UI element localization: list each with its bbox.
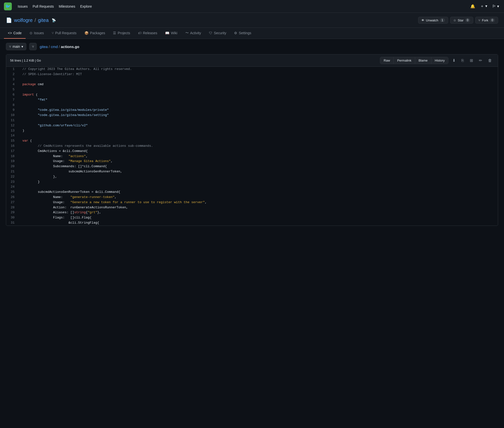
line-code: "github.com/urfave/cli/v2" xyxy=(18,123,498,128)
table-row: 30 Flags: []cli.Flag{ xyxy=(6,215,498,220)
table-row: 23 } xyxy=(6,180,498,185)
star-button[interactable]: ☆ Star 0 xyxy=(450,17,473,24)
watch-count: 1 xyxy=(440,18,445,22)
wiki-icon: 📖 xyxy=(165,31,169,35)
line-number[interactable]: 2 xyxy=(6,72,18,77)
line-number[interactable]: 30 xyxy=(6,215,18,220)
line-number[interactable]: 23 xyxy=(6,180,18,185)
branch-selector[interactable]: ⑂ main ▾ xyxy=(6,43,26,50)
breadcrumb: gitea / cmd / actions.go xyxy=(40,45,79,49)
breadcrumb-cmd[interactable]: cmd xyxy=(51,45,58,49)
logo-icon[interactable]: 🐦 xyxy=(4,2,12,10)
issues-icon: ⊙ xyxy=(30,31,32,35)
line-code: // CmdActions represents the available a… xyxy=(18,144,498,149)
line-number[interactable]: 13 xyxy=(6,128,18,133)
repo-icon: 📄 xyxy=(6,17,12,23)
line-number[interactable]: 7 xyxy=(6,98,18,103)
tab-code-label: Code xyxy=(13,31,21,35)
tab-packages[interactable]: 📦 Packages xyxy=(80,28,109,39)
tab-wiki-label: Wiki xyxy=(171,31,177,35)
tab-releases[interactable]: 🏷 Releases xyxy=(134,28,161,39)
line-code: // SPDX-License-Identifier: MIT xyxy=(18,72,498,77)
blame-button[interactable]: Blame xyxy=(415,57,431,64)
create-button[interactable]: ＋ ▾ xyxy=(479,3,488,10)
table-row: 27 Usage: "Generate a new token for a ru… xyxy=(6,200,498,205)
user-menu-button[interactable]: 🏳 ▾ xyxy=(491,3,500,10)
line-number[interactable]: 8 xyxy=(6,103,18,108)
line-number[interactable]: 22 xyxy=(6,174,18,180)
line-number[interactable]: 9 xyxy=(6,108,18,113)
tab-code[interactable]: <> Code xyxy=(4,28,26,39)
repo-header: 📄 wolfogre / gitea 📡 👁 Unwatch 1 ☆ Star … xyxy=(0,13,504,28)
line-number[interactable]: 25 xyxy=(6,190,18,195)
nav-milestones[interactable]: Milestones xyxy=(59,4,75,8)
tab-pull-requests[interactable]: ⑂ Pull Requests xyxy=(48,28,80,39)
line-number[interactable]: 19 xyxy=(6,159,18,164)
fork-label: Fork xyxy=(482,18,488,22)
top-nav-links: Issues Pull Requests Milestones Explore xyxy=(18,4,463,8)
file-actions: Raw Permalink Blame History ⬇ ⎘ ⊞ ✏ 🗑 xyxy=(380,57,494,64)
watch-button[interactable]: 👁 Unwatch 1 xyxy=(418,17,448,24)
tab-wiki[interactable]: 📖 Wiki xyxy=(161,28,181,39)
line-number[interactable]: 6 xyxy=(6,92,18,98)
star-count: 0 xyxy=(465,18,470,22)
code-table: 1 // Copyright 2023 The Gitea Authors. A… xyxy=(6,67,498,226)
delete-button[interactable]: 🗑 xyxy=(486,57,494,64)
line-number[interactable]: 15 xyxy=(6,138,18,144)
line-number[interactable]: 16 xyxy=(6,144,18,149)
tab-issues[interactable]: ⊙ Issues xyxy=(26,28,48,39)
line-number[interactable]: 17 xyxy=(6,149,18,154)
line-number[interactable]: 20 xyxy=(6,164,18,169)
breadcrumb-root[interactable]: gitea xyxy=(40,45,48,49)
line-number[interactable]: 21 xyxy=(6,169,18,174)
edit-button[interactable]: ✏ xyxy=(477,57,484,64)
watch-label: Unwatch xyxy=(426,18,439,22)
line-number[interactable]: 29 xyxy=(6,210,18,215)
line-code: Aliases: []string{"grt"}, xyxy=(18,210,498,215)
packages-icon: 📦 xyxy=(84,31,89,35)
notifications-button[interactable]: 🔔 xyxy=(469,3,476,10)
table-row: 5 xyxy=(6,87,498,92)
line-number[interactable]: 12 xyxy=(6,123,18,128)
code-icon: <> xyxy=(8,31,12,35)
table-row: 22 }, xyxy=(6,174,498,180)
rss-feed-button[interactable]: ⊞ xyxy=(468,57,475,64)
line-number[interactable]: 1 xyxy=(6,67,18,72)
permalink-button[interactable]: Permalink xyxy=(394,57,415,64)
line-number[interactable]: 14 xyxy=(6,133,18,138)
line-number[interactable]: 26 xyxy=(6,195,18,200)
line-number[interactable]: 31 xyxy=(6,220,18,226)
tab-security[interactable]: 🛡 Security xyxy=(205,28,230,39)
history-button[interactable]: History xyxy=(431,57,448,64)
file-viewer: 56 lines | 1.2 KiB | Go Raw Permalink Bl… xyxy=(6,54,498,226)
table-row: 25 subcmdActionsGenRunnerToken = &cli.Co… xyxy=(6,190,498,195)
line-number[interactable]: 24 xyxy=(6,184,18,190)
nav-explore[interactable]: Explore xyxy=(80,4,92,8)
line-code: ) xyxy=(18,128,498,133)
repo-owner-link[interactable]: wolfogre xyxy=(14,17,33,23)
tab-settings-label: Settings xyxy=(239,31,251,35)
line-number[interactable]: 10 xyxy=(6,113,18,118)
line-number[interactable]: 11 xyxy=(6,118,18,123)
download-button[interactable]: ⬇ xyxy=(450,57,457,64)
line-code: "code.gitea.io/gitea/modules/private" xyxy=(18,108,498,113)
nav-pull-requests[interactable]: Pull Requests xyxy=(32,4,54,8)
tab-activity[interactable]: 〜 Activity xyxy=(181,28,205,39)
line-number[interactable]: 5 xyxy=(6,87,18,92)
chevron-down-icon: ▾ xyxy=(21,45,23,49)
copy-button[interactable]: ⎘ xyxy=(459,57,466,64)
line-number[interactable]: 18 xyxy=(6,154,18,159)
repo-name-link[interactable]: gitea xyxy=(38,17,48,23)
tab-settings[interactable]: ⚙ Settings xyxy=(230,28,255,39)
raw-button[interactable]: Raw xyxy=(380,57,394,64)
line-number[interactable]: 4 xyxy=(6,82,18,87)
line-number[interactable]: 27 xyxy=(6,200,18,205)
compare-button[interactable]: ⑂ xyxy=(29,43,37,50)
fork-button[interactable]: ⑂ Fork 0 xyxy=(475,17,498,24)
star-icon: ☆ xyxy=(453,18,456,22)
line-number[interactable]: 28 xyxy=(6,205,18,210)
tab-projects[interactable]: ☰ Projects xyxy=(109,28,134,39)
line-number[interactable]: 3 xyxy=(6,77,18,82)
line-code: Subcommands: []*cli.Command{ xyxy=(18,164,498,169)
nav-issues[interactable]: Issues xyxy=(18,4,28,8)
